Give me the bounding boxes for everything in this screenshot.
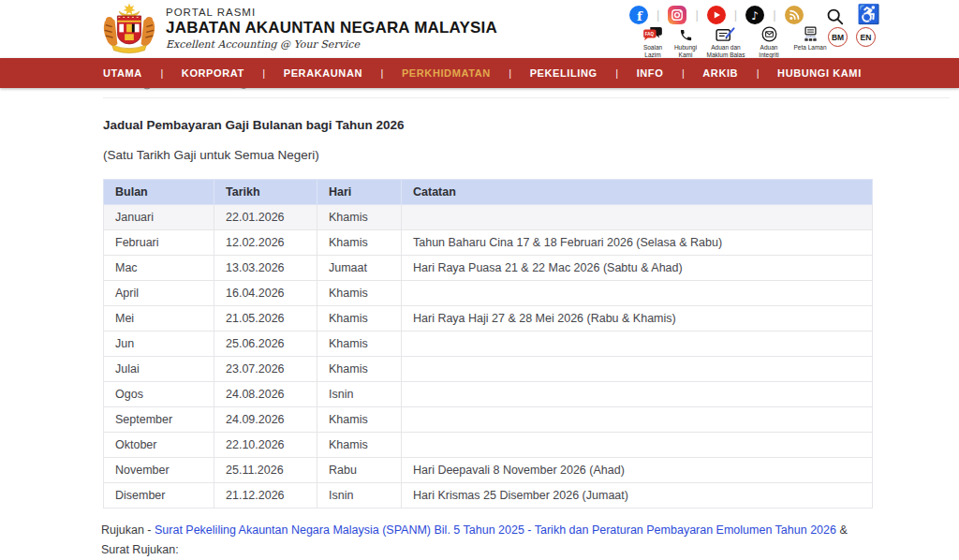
cell-catatan [402, 357, 873, 382]
faq-icon: FAQ [642, 26, 663, 42]
cell-tarikh: 16.04.2026 [214, 281, 317, 306]
quick-link-hubungi-kami[interactable]: Hubungi Kami [671, 26, 701, 59]
nav-item-hubungi-kami[interactable]: HUBUNGI KAMI [777, 67, 862, 79]
nav-divider: | [160, 67, 163, 79]
sitemap-icon [803, 26, 819, 42]
cell-hari: Isnin [317, 483, 402, 508]
cell-bulan: Januari [104, 205, 214, 230]
nav-item-arkib[interactable]: ARKIB [702, 67, 738, 79]
cell-catatan [402, 281, 873, 306]
phone-icon [679, 26, 693, 42]
accessibility-icon[interactable]: ♿ [857, 4, 880, 24]
table-row: Mei 21.05.2026 Khamis Hari Raya Haji 27 … [104, 306, 873, 332]
instagram-icon[interactable] [668, 6, 686, 24]
cell-tarikh: 25.11.2026 [214, 458, 317, 483]
cell-catatan: Hari Krismas 25 Disember 2026 (Jumaat) [402, 483, 873, 508]
brand-block: PORTAL RASMI JABATAN AKAUNTAN NEGARA MAL… [166, 7, 497, 51]
divider: | [734, 6, 737, 24]
nav-item-info[interactable]: INFO [637, 67, 664, 79]
cell-tarikh: 22.01.2026 [214, 205, 317, 230]
cell-tarikh: 23.07.2026 [214, 357, 317, 382]
table-row: Disember 21.12.2026 Isnin Hari Krismas 2… [104, 483, 873, 508]
cell-catatan [402, 433, 873, 458]
cell-hari: Isnin [317, 382, 402, 407]
quick-link-label: Hubungi Kami [671, 44, 701, 59]
cell-hari: Khamis [317, 407, 402, 433]
quick-link-peta-laman[interactable]: Peta Laman [789, 26, 832, 52]
cell-hari: Rabu [317, 458, 402, 483]
federal-star-icon [123, 3, 135, 14]
cell-bulan: Oktober [104, 433, 214, 458]
nav-item-korporat[interactable]: KORPORAT [182, 67, 244, 79]
nav-divider: | [509, 67, 511, 79]
tiger-left-icon [104, 17, 118, 47]
table-header-row: Bulan Tarikh Hari Catatan [104, 180, 873, 205]
social-links: f | | | ♪ | [629, 6, 804, 24]
cell-bulan: Mei [104, 306, 214, 332]
cell-bulan: Februari [104, 230, 214, 256]
cell-tarikh: 21.05.2026 [214, 306, 317, 332]
page: PORTAL RASMI JABATAN AKAUNTAN NEGARA MAL… [0, 0, 959, 560]
shield-icon [117, 16, 140, 44]
salary-schedule-table: Bulan Tarikh Hari Catatan Januari 22.01.… [103, 179, 873, 508]
main-navbar: UTAMA | KORPORAT | PERAKAUNAN | PERKHIDM… [0, 58, 959, 88]
cell-hari: Khamis [317, 281, 402, 306]
integrity-mail-icon [761, 26, 777, 42]
portal-rasmi-label: PORTAL RASMI [166, 7, 497, 18]
rss-icon[interactable] [785, 6, 804, 24]
nav-item-pekeliling[interactable]: PEKELILING [530, 67, 598, 79]
site-title: JABATAN AKAUNTAN NEGARA MALAYSIA [166, 19, 497, 37]
nav-divider: | [381, 67, 384, 79]
svg-text:FAQ: FAQ [645, 32, 655, 37]
page-title: Jadual Pembayaran Gaji Bulanan bagi Tahu… [103, 118, 405, 132]
nav-divider: | [262, 67, 265, 79]
table-row: Januari 22.01.2026 Khamis [104, 205, 873, 230]
table-row: Jun 25.06.2026 Khamis [104, 332, 873, 357]
cell-tarikh: 12.02.2026 [214, 230, 317, 256]
quick-link-aduan-maklum-balas[interactable]: Aduan dan Maklum Balas [702, 26, 749, 59]
meta-divider [103, 97, 950, 98]
cell-hari: Khamis [317, 433, 402, 458]
divider: | [773, 6, 775, 24]
cell-hari: Khamis [317, 357, 402, 382]
facebook-icon[interactable]: f [629, 6, 648, 24]
nav-item-perakaunan[interactable]: PERAKAUNAN [284, 67, 362, 79]
table-row: Februari 12.02.2026 Khamis Tahun Baharu … [104, 230, 873, 256]
cell-bulan: April [104, 281, 214, 306]
page-subtitle: (Satu Tarikh Gaji untuk Semua Negeri) [103, 148, 319, 162]
column-header-hari: Hari [317, 180, 402, 205]
column-header-bulan: Bulan [104, 180, 214, 205]
reference-prefix: Rujukan - [101, 523, 155, 537]
nav-divider: | [757, 67, 760, 79]
spanm-circular-link[interactable]: Surat Pekeliling Akauntan Negara Malaysi… [155, 523, 836, 537]
tiger-right-icon [141, 17, 155, 47]
table-row: November 25.11.2026 Rabu Hari Deepavali … [104, 458, 873, 483]
youtube-icon[interactable] [707, 6, 726, 24]
tiktok-icon[interactable]: ♪ [745, 6, 764, 24]
cell-tarikh: 24.08.2026 [214, 382, 317, 407]
feedback-icon [716, 26, 737, 42]
nav-item-perkhidmatan[interactable]: PERKHIDMATAN [402, 67, 491, 79]
cell-hari: Jumaat [317, 256, 402, 281]
quick-link-soalan-lazim[interactable]: FAQ Soalan Lazim [637, 26, 669, 59]
cell-bulan: November [104, 458, 214, 483]
jata-negara-logo[interactable] [102, 3, 156, 54]
divider: | [695, 6, 698, 24]
nav-divider: | [615, 67, 618, 79]
cell-tarikh: 24.09.2026 [214, 407, 317, 433]
nav-item-utama[interactable]: UTAMA [103, 67, 142, 79]
language-bm-button[interactable]: BM [828, 27, 848, 47]
cell-catatan: Hari Raya Haji 27 & 28 Mei 2026 (Rabu & … [402, 306, 873, 332]
cell-hari: Khamis [317, 205, 402, 230]
language-en-button[interactable]: EN [856, 27, 876, 47]
cell-tarikh: 25.06.2026 [214, 332, 317, 357]
cell-tarikh: 22.10.2026 [214, 433, 317, 458]
cell-catatan [402, 382, 873, 407]
cell-catatan: Hari Raya Puasa 21 & 22 Mac 2026 (Sabtu … [402, 256, 873, 281]
search-icon[interactable] [826, 7, 845, 26]
table-row: Mac 13.03.2026 Jumaat Hari Raya Puasa 21… [104, 256, 873, 281]
cell-catatan [402, 407, 873, 433]
quick-links: FAQ Soalan Lazim Hubungi Kami [637, 26, 832, 59]
quick-link-aduan-integriti[interactable]: Aduan Integriti [751, 26, 787, 59]
table-row: Ogos 24.08.2026 Isnin [104, 382, 873, 407]
